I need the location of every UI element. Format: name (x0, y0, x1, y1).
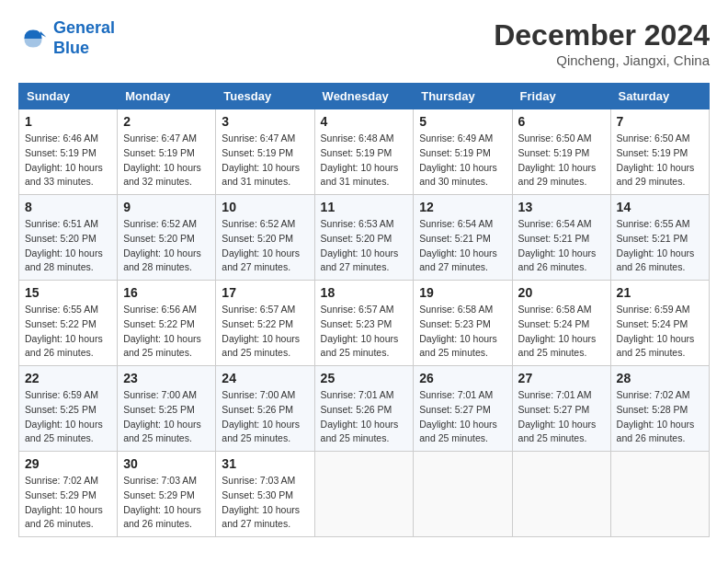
day-number: 27 (518, 371, 605, 385)
weekday-header-friday: Friday (512, 84, 610, 109)
day-info: Sunrise: 6:55 AMSunset: 5:22 PMDaylight:… (25, 303, 111, 361)
day-info: Sunrise: 7:01 AMSunset: 5:27 PMDaylight:… (518, 388, 605, 446)
calendar-cell: 5Sunrise: 6:49 AMSunset: 5:19 PMDaylight… (414, 109, 512, 195)
weekday-header-tuesday: Tuesday (216, 84, 314, 109)
calendar-cell: 18Sunrise: 6:57 AMSunset: 5:23 PMDayligh… (314, 281, 414, 366)
day-info: Sunrise: 7:00 AMSunset: 5:25 PMDaylight:… (123, 388, 210, 446)
calendar-cell (314, 452, 414, 537)
day-number: 9 (123, 200, 210, 214)
day-number: 4 (321, 114, 408, 129)
day-number: 7 (617, 114, 703, 129)
day-info: Sunrise: 6:47 AMSunset: 5:19 PMDaylight:… (222, 132, 308, 190)
calendar-cell: 22Sunrise: 6:59 AMSunset: 5:25 PMDayligh… (19, 366, 118, 452)
calendar-cell: 8Sunrise: 6:51 AMSunset: 5:20 PMDaylight… (19, 195, 118, 281)
day-info: Sunrise: 6:50 AMSunset: 5:19 PMDaylight:… (617, 132, 703, 190)
day-number: 15 (25, 285, 111, 300)
calendar-cell: 27Sunrise: 7:01 AMSunset: 5:27 PMDayligh… (512, 366, 610, 452)
calendar-cell: 12Sunrise: 6:54 AMSunset: 5:21 PMDayligh… (414, 195, 512, 281)
logo: General Blue (18, 18, 115, 58)
calendar-cell: 23Sunrise: 7:00 AMSunset: 5:25 PMDayligh… (118, 366, 216, 452)
day-info: Sunrise: 6:48 AMSunset: 5:19 PMDaylight:… (321, 132, 408, 190)
day-number: 8 (25, 200, 111, 214)
day-info: Sunrise: 7:02 AMSunset: 5:28 PMDaylight:… (617, 388, 703, 446)
day-number: 23 (123, 371, 210, 385)
calendar-cell (512, 452, 610, 537)
day-info: Sunrise: 7:03 AMSunset: 5:29 PMDaylight:… (123, 474, 210, 532)
day-number: 12 (419, 200, 506, 214)
day-info: Sunrise: 6:47 AMSunset: 5:19 PMDaylight:… (123, 132, 210, 190)
day-number: 17 (222, 285, 308, 300)
day-info: Sunrise: 6:53 AMSunset: 5:20 PMDaylight:… (321, 217, 408, 275)
day-info: Sunrise: 6:59 AMSunset: 5:25 PMDaylight:… (25, 388, 111, 446)
calendar-cell: 30Sunrise: 7:03 AMSunset: 5:29 PMDayligh… (118, 452, 216, 537)
calendar-cell: 10Sunrise: 6:52 AMSunset: 5:20 PMDayligh… (216, 195, 314, 281)
month-title: December 2024 (494, 18, 710, 52)
day-info: Sunrise: 6:55 AMSunset: 5:21 PMDaylight:… (617, 217, 703, 275)
calendar-cell: 25Sunrise: 7:01 AMSunset: 5:26 PMDayligh… (314, 366, 414, 452)
calendar-table: SundayMondayTuesdayWednesdayThursdayFrid… (18, 83, 710, 537)
day-number: 28 (617, 371, 703, 385)
calendar-cell: 4Sunrise: 6:48 AMSunset: 5:19 PMDaylight… (314, 109, 414, 195)
calendar-cell: 6Sunrise: 6:50 AMSunset: 5:19 PMDaylight… (512, 109, 610, 195)
day-number: 20 (518, 285, 605, 300)
day-info: Sunrise: 6:58 AMSunset: 5:23 PMDaylight:… (419, 303, 506, 361)
day-number: 24 (222, 371, 308, 385)
logo-icon (18, 24, 48, 53)
day-info: Sunrise: 6:56 AMSunset: 5:22 PMDaylight:… (123, 303, 210, 361)
calendar-cell: 24Sunrise: 7:00 AMSunset: 5:26 PMDayligh… (216, 366, 314, 452)
calendar-cell: 16Sunrise: 6:56 AMSunset: 5:22 PMDayligh… (118, 281, 216, 366)
calendar-week-3: 15Sunrise: 6:55 AMSunset: 5:22 PMDayligh… (19, 281, 710, 366)
location: Qincheng, Jiangxi, China (494, 52, 710, 68)
calendar-cell: 31Sunrise: 7:03 AMSunset: 5:30 PMDayligh… (216, 452, 314, 537)
day-info: Sunrise: 6:54 AMSunset: 5:21 PMDaylight:… (518, 217, 605, 275)
day-number: 11 (321, 200, 408, 214)
weekday-header-wednesday: Wednesday (314, 84, 414, 109)
day-info: Sunrise: 7:00 AMSunset: 5:26 PMDaylight:… (222, 388, 308, 446)
weekday-header-saturday: Saturday (610, 84, 709, 109)
calendar-week-1: 1Sunrise: 6:46 AMSunset: 5:19 PMDaylight… (19, 109, 710, 195)
calendar-cell: 29Sunrise: 7:02 AMSunset: 5:29 PMDayligh… (19, 452, 118, 537)
calendar-cell: 9Sunrise: 6:52 AMSunset: 5:20 PMDaylight… (118, 195, 216, 281)
calendar-cell: 28Sunrise: 7:02 AMSunset: 5:28 PMDayligh… (610, 366, 709, 452)
title-block: December 2024 Qincheng, Jiangxi, China (494, 18, 710, 68)
calendar-cell: 7Sunrise: 6:50 AMSunset: 5:19 PMDaylight… (610, 109, 709, 195)
weekday-header-sunday: Sunday (19, 84, 118, 109)
calendar-cell: 1Sunrise: 6:46 AMSunset: 5:19 PMDaylight… (19, 109, 118, 195)
day-number: 26 (419, 371, 506, 385)
calendar-cell (610, 452, 709, 537)
day-info: Sunrise: 6:49 AMSunset: 5:19 PMDaylight:… (419, 132, 506, 190)
calendar-week-4: 22Sunrise: 6:59 AMSunset: 5:25 PMDayligh… (19, 366, 710, 452)
day-number: 16 (123, 285, 210, 300)
day-number: 2 (123, 114, 210, 129)
calendar-cell (414, 452, 512, 537)
logo-text: General Blue (53, 18, 115, 58)
day-info: Sunrise: 7:01 AMSunset: 5:26 PMDaylight:… (321, 388, 408, 446)
day-info: Sunrise: 6:57 AMSunset: 5:23 PMDaylight:… (321, 303, 408, 361)
day-number: 14 (617, 200, 703, 214)
weekday-header-monday: Monday (118, 84, 216, 109)
calendar-week-5: 29Sunrise: 7:02 AMSunset: 5:29 PMDayligh… (19, 452, 710, 537)
day-number: 6 (518, 114, 605, 129)
day-number: 21 (617, 285, 703, 300)
day-number: 22 (25, 371, 111, 385)
calendar-cell: 13Sunrise: 6:54 AMSunset: 5:21 PMDayligh… (512, 195, 610, 281)
day-info: Sunrise: 6:54 AMSunset: 5:21 PMDaylight:… (419, 217, 506, 275)
calendar-cell: 26Sunrise: 7:01 AMSunset: 5:27 PMDayligh… (414, 366, 512, 452)
day-info: Sunrise: 6:59 AMSunset: 5:24 PMDaylight:… (617, 303, 703, 361)
calendar-cell: 17Sunrise: 6:57 AMSunset: 5:22 PMDayligh… (216, 281, 314, 366)
day-info: Sunrise: 6:57 AMSunset: 5:22 PMDaylight:… (222, 303, 308, 361)
calendar-cell: 15Sunrise: 6:55 AMSunset: 5:22 PMDayligh… (19, 281, 118, 366)
weekday-header-row: SundayMondayTuesdayWednesdayThursdayFrid… (19, 84, 710, 109)
calendar-cell: 2Sunrise: 6:47 AMSunset: 5:19 PMDaylight… (118, 109, 216, 195)
day-number: 1 (25, 114, 111, 129)
day-number: 10 (222, 200, 308, 214)
day-number: 5 (419, 114, 506, 129)
day-number: 30 (123, 456, 210, 471)
calendar-cell: 14Sunrise: 6:55 AMSunset: 5:21 PMDayligh… (610, 195, 709, 281)
day-info: Sunrise: 7:03 AMSunset: 5:30 PMDaylight:… (222, 474, 308, 532)
calendar-cell: 3Sunrise: 6:47 AMSunset: 5:19 PMDaylight… (216, 109, 314, 195)
weekday-header-thursday: Thursday (414, 84, 512, 109)
day-info: Sunrise: 7:02 AMSunset: 5:29 PMDaylight:… (25, 474, 111, 532)
day-info: Sunrise: 6:58 AMSunset: 5:24 PMDaylight:… (518, 303, 605, 361)
calendar-cell: 21Sunrise: 6:59 AMSunset: 5:24 PMDayligh… (610, 281, 709, 366)
